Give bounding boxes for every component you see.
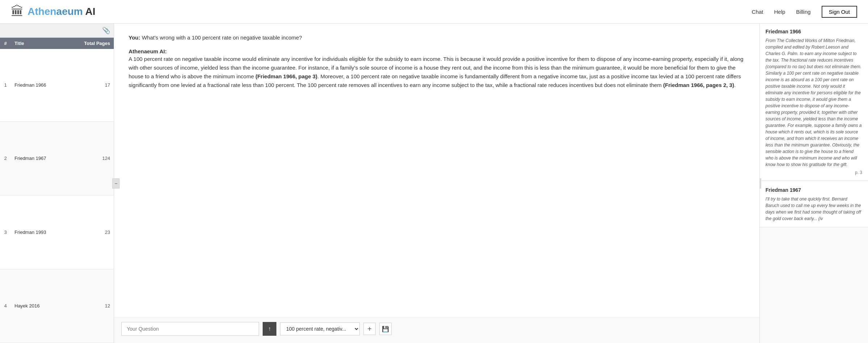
logo-area: 🏛 Athenaeum AI	[11, 4, 95, 19]
row-title: Friedman 1993	[11, 195, 66, 269]
right-panel-collapse-button[interactable]: −	[759, 178, 761, 189]
chat-input-area: ↑ 100 percent rate, negativ... + 💾	[114, 317, 759, 343]
title-aeum: aeum	[56, 6, 83, 17]
sign-out-button[interactable]: Sign Out	[822, 6, 857, 18]
send-icon: ↑	[268, 326, 271, 332]
source-page: p. 3	[765, 170, 862, 175]
nav-help[interactable]: Help	[774, 9, 785, 15]
sidebar: 📎 # Title Total Pages 1 Friedman 1966 17…	[0, 24, 114, 343]
user-message: You: What's wrong with a 100 percent rat…	[129, 34, 745, 41]
table-header-row: # Title Total Pages	[0, 38, 114, 49]
topic-dropdown[interactable]: 100 percent rate, negativ...	[280, 322, 360, 335]
sidebar-toolbar: 📎	[0, 24, 114, 38]
plus-button[interactable]: +	[363, 323, 376, 335]
row-title: Friedman 1966	[11, 49, 66, 121]
chat-messages: You: What's wrong with a 100 percent rat…	[114, 24, 759, 317]
row-num: 3	[0, 195, 11, 269]
source-title: Friedman 1967	[765, 187, 862, 193]
question-input[interactable]	[121, 322, 259, 336]
source-text: I'll try to take that one quickly first.…	[765, 196, 862, 222]
you-message-text: What's wrong with a 100 percent rate on …	[140, 34, 302, 41]
table-row[interactable]: 4 Hayek 2016 12	[0, 269, 114, 343]
sources-container: Friedman 1966 From The Collected Works o…	[760, 24, 868, 227]
source-text: From The Collected Works of Milton Fried…	[765, 37, 862, 168]
col-num: #	[0, 38, 11, 49]
main-container: 📎 # Title Total Pages 1 Friedman 1966 17…	[0, 24, 868, 343]
row-pages: 12	[66, 269, 114, 343]
header-nav: Chat Help Billing Sign Out	[752, 6, 857, 18]
title-athen: Athen	[28, 6, 56, 17]
header: 🏛 Athenaeum AI Chat Help Billing Sign Ou…	[0, 0, 868, 24]
ai-label: Athenaeum AI:	[129, 48, 167, 54]
chat-input-row: ↑ 100 percent rate, negativ... + 💾	[121, 322, 752, 336]
table-row[interactable]: 2 Friedman 1967 124	[0, 121, 114, 195]
ai-message-text: A 100 percent rate on negative taxable i…	[129, 55, 745, 90]
nav-billing[interactable]: Billing	[796, 9, 811, 15]
row-title: Friedman 1967	[11, 121, 66, 195]
row-title: Hayek 2016	[11, 269, 66, 343]
row-num: 4	[0, 269, 11, 343]
save-icon: 💾	[382, 326, 389, 332]
send-button[interactable]: ↑	[263, 322, 276, 336]
row-pages: 17	[66, 49, 114, 121]
plus-icon: +	[367, 325, 372, 333]
col-pages: Total Pages	[66, 38, 114, 49]
ai-label-line: Athenaeum AI:	[129, 48, 745, 55]
table-row[interactable]: 1 Friedman 1966 17	[0, 49, 114, 121]
chat-area: You: What's wrong with a 100 percent rat…	[114, 24, 759, 343]
attach-icon[interactable]: 📎	[102, 26, 110, 34]
row-pages: 124	[66, 121, 114, 195]
source-card: Friedman 1967 I'll try to take that one …	[760, 182, 868, 227]
right-panel: − Friedman 1966 From The Collected Works…	[759, 24, 868, 343]
logo-icon: 🏛	[11, 4, 24, 19]
ai-message: Athenaeum AI: A 100 percent rate on nega…	[129, 48, 745, 90]
source-card: Friedman 1966 From The Collected Works o…	[760, 24, 868, 181]
row-num: 1	[0, 49, 11, 121]
col-title: Title	[11, 38, 66, 49]
table-row[interactable]: 3 Friedman 1993 23	[0, 195, 114, 269]
title-ai: AI	[83, 6, 95, 17]
nav-chat[interactable]: Chat	[752, 9, 763, 15]
document-table: # Title Total Pages 1 Friedman 1966 17 2…	[0, 38, 114, 343]
app-title: Athenaeum AI	[28, 6, 95, 17]
row-pages: 23	[66, 195, 114, 269]
row-num: 2	[0, 121, 11, 195]
save-button[interactable]: 💾	[379, 323, 392, 335]
sidebar-collapse-button[interactable]: −	[112, 178, 120, 189]
you-label: You:	[129, 34, 140, 41]
source-title: Friedman 1966	[765, 29, 862, 34]
